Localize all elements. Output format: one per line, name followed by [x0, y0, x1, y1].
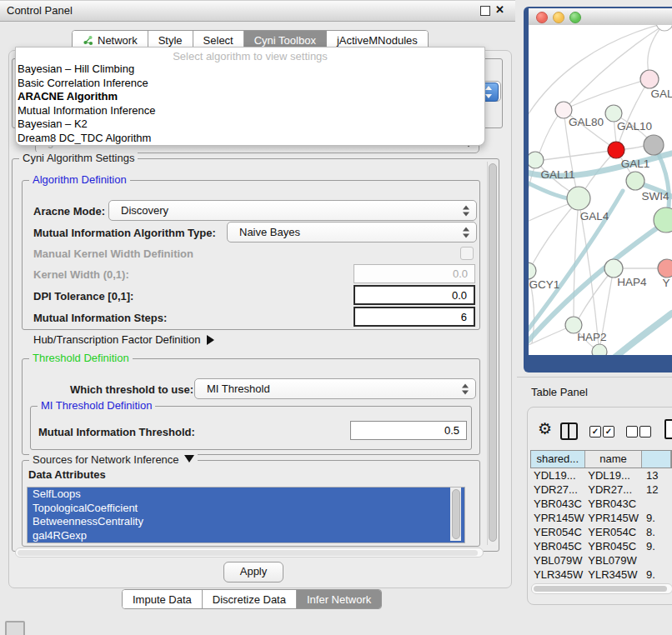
attribute-list-item[interactable]: BetweennessCentrality: [28, 515, 464, 529]
dpi-tolerance-input[interactable]: 0.0: [354, 285, 475, 305]
network-node-gal4[interactable]: [567, 187, 590, 210]
table-cell: YER054C: [584, 525, 643, 539]
mi-steps-input[interactable]: 6: [354, 307, 475, 327]
dpi-tolerance-label: DPI Tolerance [0,1]:: [33, 290, 133, 302]
apply-button[interactable]: Apply: [223, 562, 283, 582]
table-cell: 9.: [643, 568, 672, 582]
network-node-gal1[interactable]: [608, 142, 624, 158]
settings-gear-icon[interactable]: ⚙: [538, 419, 552, 438]
close-panel-icon[interactable]: ✕: [495, 3, 504, 16]
hub-definition-label: Hub/Transcription Factor Definition: [33, 333, 200, 346]
mi-threshold-value: 0.5: [444, 424, 459, 437]
table-cell: YDR27...: [530, 482, 584, 497]
table-column-header[interactable]: name: [585, 451, 643, 468]
table-cell: [643, 553, 672, 568]
zoom-traffic-light-icon[interactable]: [569, 12, 581, 23]
select-all-checkbox-icon[interactable]: ✓: [589, 426, 601, 438]
minimize-traffic-light-icon[interactable]: [553, 12, 564, 23]
network-icon: [83, 35, 93, 46]
table-row[interactable]: YER054CYER054C8.: [530, 525, 672, 539]
table-row[interactable]: YBL079WYBL079W: [530, 553, 672, 568]
table-cell: YBL079W: [584, 553, 643, 568]
mi-threshold-input[interactable]: 0.5: [350, 421, 467, 440]
table-row[interactable]: YLR345WYLR345W9.: [530, 568, 672, 582]
bottom-tab-discretize-data[interactable]: Discretize Data: [202, 590, 296, 608]
column-layout-icon[interactable]: [560, 422, 578, 440]
algorithm-option[interactable]: Mutual Information Inference: [16, 104, 484, 118]
deselect-all-checkbox-icon[interactable]: [626, 426, 638, 438]
network-node-gal[interactable]: [640, 70, 659, 88]
algorithm-dropdown-placeholder: Select algorithm to view settings: [16, 48, 484, 62]
attribute-list-item[interactable]: SelfLoops: [28, 488, 464, 502]
table-cell: YLR345W: [530, 568, 584, 582]
minimized-panel-icon[interactable]: [5, 621, 25, 635]
table-column-header[interactable]: shared...: [531, 451, 585, 468]
node-label-gal80: GAL80: [569, 116, 604, 128]
close-traffic-light-icon[interactable]: [536, 12, 548, 23]
node-label-gal11: GAL11: [540, 168, 574, 181]
table-row[interactable]: YPR145WYPR145W9.: [530, 511, 672, 525]
kernel-width-label: Kernel Width (0,1):: [33, 268, 129, 281]
network-window-titlebar[interactable]: [529, 8, 672, 26]
network-node[interactable]: [592, 344, 607, 355]
apply-button-label: Apply: [240, 565, 268, 578]
algorithm-option[interactable]: Bayesian – Hill Climbing: [16, 62, 484, 77]
algorithm-option[interactable]: Dream8 DC_TDC Algorithm: [16, 132, 484, 146]
network-node-gal10[interactable]: [605, 105, 622, 122]
tab-jactive-label: jActiveMNodules: [337, 34, 418, 47]
table-panel-divider: [517, 377, 672, 378]
node-label-hap2: HAP2: [577, 331, 606, 343]
attribute-list-item[interactable]: TopologicalCoefficient: [28, 502, 464, 516]
float-window-icon[interactable]: [480, 6, 490, 16]
mi-threshold-legend: MI Threshold Definition: [38, 399, 155, 412]
table-row[interactable]: YDR27...YDR27...12: [530, 482, 672, 497]
new-table-icon[interactable]: [664, 419, 672, 439]
table-row[interactable]: YDL19...YDL19...13: [530, 468, 672, 482]
settings-horizontal-scrollbar[interactable]: [15, 548, 484, 558]
aracne-mode-combo[interactable]: Discovery: [108, 200, 477, 221]
table-horizontal-scrollbar[interactable]: [531, 583, 672, 594]
aracne-mode-stepper-icon: [463, 205, 469, 216]
manual-kernel-checkbox[interactable]: [460, 247, 474, 260]
table-cell: 13: [643, 468, 672, 482]
network-node-gcy1[interactable]: [529, 262, 536, 279]
settings-vertical-scrollbar[interactable]: [487, 162, 498, 545]
mi-steps-value: 6: [461, 311, 467, 323]
mi-threshold-label: Mutual Information Threshold:: [38, 426, 195, 438]
attribute-list-item[interactable]: gal4RGexp: [28, 529, 464, 543]
bottom-tabbar: Impute DataDiscretize DataInfer Network: [122, 589, 382, 609]
table-cell: 9.: [643, 539, 672, 553]
sources-legend[interactable]: Sources for Network Inference: [29, 453, 198, 466]
table-cell: YER054C: [530, 525, 584, 539]
network-node-y[interactable]: [658, 259, 672, 278]
which-threshold-stepper-icon: [462, 383, 469, 394]
deselect-all-checkbox2-icon[interactable]: [639, 426, 651, 438]
table-cell: YDL19...: [530, 468, 584, 482]
which-threshold-combo[interactable]: MI Threshold: [194, 378, 476, 399]
expander-arrow-down-icon: [184, 455, 194, 462]
mi-type-stepper-icon: [463, 227, 469, 238]
threshold-definition-legend: Threshold Definition: [29, 352, 133, 364]
table-row[interactable]: YBR045CYBR045C9.: [530, 539, 672, 553]
algorithm-option[interactable]: Basic Correlation Inference: [16, 77, 484, 91]
bottom-tab-infer-network[interactable]: Infer Network: [296, 590, 381, 608]
network-node-swi4[interactable]: [626, 172, 644, 190]
bottom-tab-impute-data[interactable]: Impute Data: [123, 590, 202, 608]
table-row[interactable]: YBR043CYBR043C: [530, 497, 672, 511]
node-label-swi4: SWI4: [641, 190, 669, 202]
mi-type-combo[interactable]: Naive Bayes: [227, 222, 477, 242]
table-cell: YDR27...: [584, 482, 643, 497]
network-view-canvas[interactable]: GALGAL80GAL10GAL1GAL11SWI4GAL4GCY1HAP4YH…: [529, 25, 672, 355]
network-node-hap4[interactable]: [604, 259, 623, 278]
kernel-width-input[interactable]: 0.0: [354, 264, 475, 283]
network-node[interactable]: [644, 135, 664, 155]
attributes-list-scrollbar[interactable]: [450, 488, 461, 541]
table-column-header[interactable]: [642, 451, 671, 468]
algorithm-option[interactable]: ARACNE Algorithm: [16, 90, 484, 104]
cyni-settings-legend: Cyni Algorithm Settings: [19, 152, 138, 164]
network-node-gal11[interactable]: [529, 152, 544, 168]
algorithm-option[interactable]: Bayesian – K2: [16, 118, 484, 132]
select-all-checkbox2-icon[interactable]: ✓: [603, 426, 614, 438]
hub-definition-expander[interactable]: Hub/Transcription Factor Definition: [33, 333, 214, 346]
data-attributes-list[interactable]: SelfLoopsTopologicalCoefficientBetweenne…: [27, 487, 465, 543]
